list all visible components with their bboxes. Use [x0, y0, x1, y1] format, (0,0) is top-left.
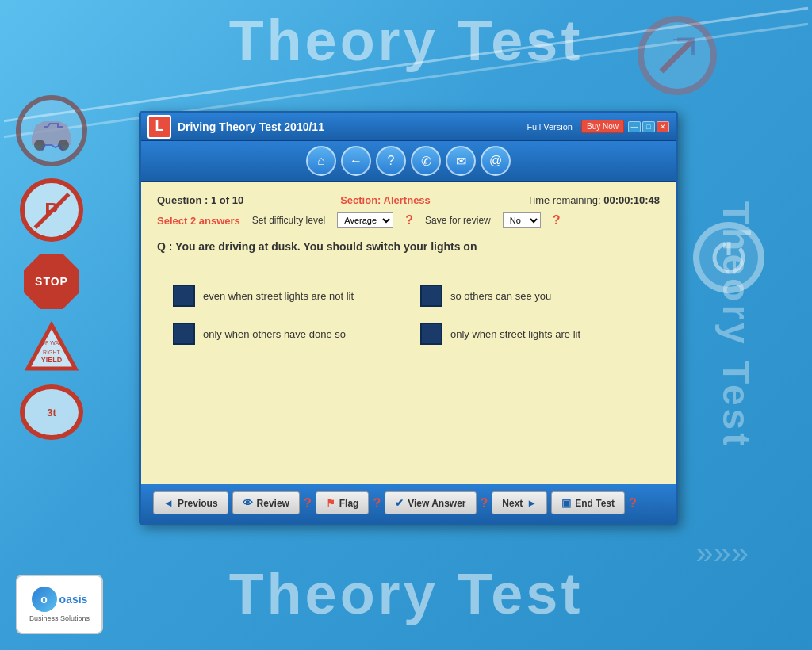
l-plate: L [147, 115, 171, 139]
question-number: Question : 1 of 10 [157, 194, 243, 206]
minimize-button[interactable]: — [628, 121, 641, 132]
oasis-logo: o oasis Business Solutions [16, 575, 103, 634]
toolbar: ⌂ ← ? ✆ ✉ @ [141, 141, 676, 182]
logo-circle: o [32, 587, 57, 612]
power-sign [693, 222, 764, 293]
next-button[interactable]: Next ► [492, 491, 547, 514]
save-help-icon[interactable]: ? [553, 213, 561, 228]
truck-sign: 3t [20, 384, 83, 440]
review-button[interactable]: 👁 Review [232, 491, 300, 514]
answer-checkbox-4[interactable] [420, 323, 442, 345]
view-answer-icon: ✔ [395, 497, 404, 509]
main-window: L Driving Theory Test 2010/11 Full Versi… [139, 111, 678, 525]
view-answer-button[interactable]: ✔ View Answer [385, 491, 476, 514]
difficulty-label: Set difficulty level [252, 215, 326, 226]
timer: Time remaining: 00:00:10:48 [527, 194, 660, 206]
help-button[interactable]: ? [376, 146, 406, 176]
previous-button[interactable]: ◄ Previous [153, 491, 228, 514]
difficulty-help-icon[interactable]: ? [405, 213, 413, 228]
yield-sign: YIELD RIGHT OF WAY [24, 321, 79, 373]
svg-line-0 [661, 40, 693, 71]
answer-item-1[interactable]: even when street lights are not lit [173, 285, 396, 307]
maximize-button[interactable]: □ [642, 121, 655, 132]
previous-icon: ◄ [163, 497, 174, 509]
titlebar-left: L Driving Theory Test 2010/11 [147, 115, 324, 139]
end-test-icon: ▣ [561, 497, 571, 509]
answer-item-3[interactable]: only when others have done so [173, 323, 396, 345]
stop-sign: STOP [24, 254, 79, 309]
answer-text-2: so others can see you [450, 290, 551, 302]
next-icon: ► [527, 497, 537, 509]
end-test-label: End Test [575, 498, 615, 509]
answer-text-4: only when street lights are lit [450, 328, 580, 340]
flag-icon: ⚑ [326, 497, 335, 509]
previous-label: Previous [178, 498, 218, 509]
back-button[interactable]: ← [341, 146, 371, 176]
section-label: Section: Alertness [340, 194, 431, 206]
window-controls: — □ ✕ [628, 121, 669, 132]
save-review-label: Save for review [425, 215, 491, 226]
chevrons-decoration: »»» [695, 535, 749, 571]
navigation-bar: ◄ Previous 👁 Review ? ⚑ Flag ? ✔ View An… [141, 484, 676, 522]
full-version-label: Full Version : [527, 122, 577, 132]
titlebar-right: Full Version : Buy Now — □ ✕ [527, 120, 669, 133]
question-text: Q : You are driving at dusk. You should … [157, 240, 660, 253]
controls-row: Select 2 answers Set difficulty level Av… [157, 212, 660, 228]
save-review-select[interactable]: No Yes [503, 212, 541, 228]
close-button[interactable]: ✕ [657, 121, 669, 132]
difficulty-select[interactable]: Average Easy Hard [337, 212, 393, 228]
flag-button[interactable]: ⚑ Flag [316, 491, 370, 514]
review-icon: 👁 [243, 497, 253, 509]
content-area: Question : 1 of 10 Section: Alertness Ti… [141, 182, 676, 484]
buy-now-button[interactable]: Buy Now [581, 120, 624, 133]
phone-button[interactable]: ✆ [411, 146, 441, 176]
review-label: Review [257, 498, 289, 509]
view-answer-label: View Answer [408, 498, 465, 509]
flag-label: Flag [339, 498, 359, 509]
answer-text-1: even when street lights are not lit [203, 290, 354, 302]
answer-item-4[interactable]: only when street lights are lit [420, 323, 644, 345]
answer-checkbox-2[interactable] [420, 285, 442, 307]
svg-text:RIGHT: RIGHT [43, 350, 61, 355]
timer-value: 00:00:10:48 [603, 194, 660, 206]
next-label: Next [502, 498, 523, 509]
view-answer-help-icon[interactable]: ? [481, 496, 488, 510]
window-title: Driving Theory Test 2010/11 [178, 120, 324, 133]
email-button[interactable]: ✉ [446, 146, 476, 176]
left-signs: P STOP YIELD RIGHT OF WAY 3t [16, 95, 87, 440]
question-header: Question : 1 of 10 Section: Alertness Ti… [157, 194, 660, 206]
no-turn-sign [638, 16, 717, 95]
logo-name: oasis [59, 593, 88, 606]
answer-checkbox-3[interactable] [173, 323, 195, 345]
no-parking-sign: P [20, 178, 83, 242]
home-button[interactable]: ⌂ [306, 146, 336, 176]
flag-help-icon[interactable]: ? [373, 496, 381, 510]
bg-title-bottom: Theory Test [229, 561, 584, 626]
select-answers-label: Select 2 answers [157, 215, 240, 227]
answer-item-2[interactable]: so others can see you [420, 285, 644, 307]
logo-tagline: Business Solutions [29, 614, 90, 622]
titlebar: L Driving Theory Test 2010/11 Full Versi… [141, 113, 676, 141]
answers-grid: even when street lights are not lit so o… [157, 277, 660, 353]
cars-sign [16, 95, 87, 166]
end-test-button[interactable]: ▣ End Test [551, 491, 625, 514]
end-test-help-icon[interactable]: ? [629, 496, 637, 510]
answer-text-3: only when others have done so [203, 328, 346, 340]
svg-text:OF WAY: OF WAY [41, 340, 63, 346]
answer-checkbox-1[interactable] [173, 285, 195, 307]
at-button[interactable]: @ [481, 146, 511, 176]
svg-text:YIELD: YIELD [41, 356, 63, 364]
review-help-icon[interactable]: ? [304, 496, 312, 510]
